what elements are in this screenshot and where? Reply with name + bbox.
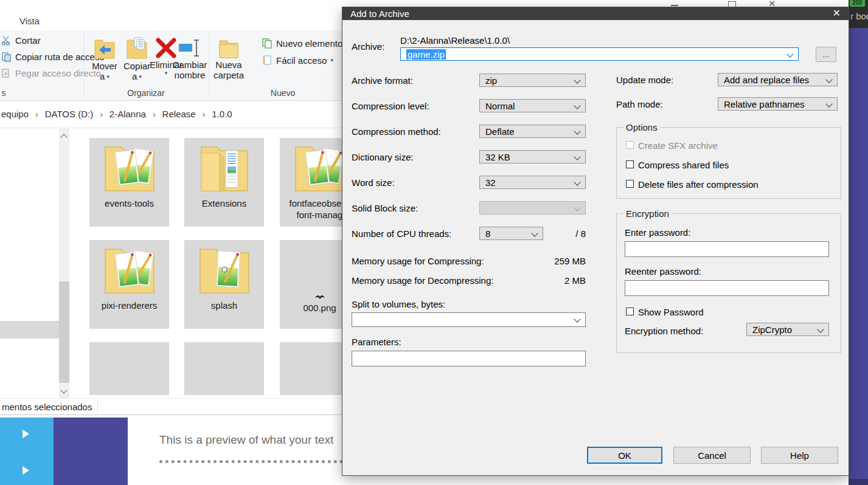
chevron-down-icon xyxy=(574,204,580,211)
enter-password-input[interactable] xyxy=(625,241,829,257)
breadcrumb-chevron-icon: › xyxy=(100,109,103,119)
ribbon-item-facil-acceso[interactable]: Fácil acceso ▾ xyxy=(262,55,333,66)
play-arrow-icon[interactable] xyxy=(23,430,29,438)
file-name: splash xyxy=(211,300,237,311)
paste-shortcut-icon xyxy=(1,68,12,78)
archive-format-select[interactable]: zip xyxy=(479,74,586,87)
dictionary-size-select[interactable]: 32 KB xyxy=(479,150,586,163)
file-tile[interactable] xyxy=(89,342,169,395)
compression-level-label: Compression level: xyxy=(352,101,429,111)
memory-compress-value: 259 MB xyxy=(554,256,586,266)
ribbon-item-label: Cambiar xyxy=(173,60,207,70)
word-size-select[interactable]: 32 xyxy=(479,176,586,189)
path-mode-value: Relative pathnames xyxy=(724,99,805,109)
archive-name-combobox[interactable]: game.zip xyxy=(400,47,799,61)
create-sfx-label: Create SFX archive xyxy=(638,140,718,151)
navpane-selected-item[interactable] xyxy=(0,321,63,339)
tab-vista[interactable]: Vista xyxy=(19,16,40,26)
split-volumes-combobox[interactable] xyxy=(352,312,586,327)
cpu-threads-value: 8 xyxy=(485,229,490,239)
memory-decompress-value: 2 MB xyxy=(564,275,586,286)
cancel-button[interactable]: Cancel xyxy=(673,447,751,464)
parameters-label: Parameters: xyxy=(352,337,401,347)
compression-method-select[interactable]: Deflate xyxy=(479,125,586,138)
file-tile-events-tools[interactable]: events-tools xyxy=(89,138,169,227)
compression-level-select[interactable]: Normal xyxy=(479,99,586,112)
desktop: ✕ Vista Cortar Copiar ruta de acceso Peg… xyxy=(0,0,868,485)
dictionary-size-label: Dictionary size: xyxy=(352,152,414,162)
ribbon-item-nuevo-elemento[interactable]: Nuevo elemento ▾ xyxy=(262,38,349,49)
file-tile-extensions[interactable]: Extensions xyxy=(184,138,264,227)
breadcrumb-item[interactable]: equipo xyxy=(1,109,29,119)
solid-block-size-label: Solid Block size: xyxy=(352,203,418,213)
scroll-up-icon[interactable] xyxy=(60,134,67,140)
path-mode-label: Path mode: xyxy=(616,99,663,109)
scroll-down-icon[interactable] xyxy=(60,387,67,393)
update-mode-select[interactable]: Add and replace files xyxy=(718,73,838,86)
delete-after-checkbox[interactable] xyxy=(626,180,634,188)
reenter-password-label: Reenter password: xyxy=(625,266,701,277)
path-mode-select[interactable]: Relative pathnames xyxy=(718,97,838,111)
ribbon-item-cortar[interactable]: Cortar xyxy=(1,35,41,46)
page-shadow xyxy=(849,479,868,485)
browse-button[interactable]: ... xyxy=(816,47,836,62)
compress-shared-checkbox[interactable] xyxy=(626,160,634,168)
reenter-password-input[interactable] xyxy=(625,280,829,296)
dropdown-caret-icon: ▾ xyxy=(165,70,168,76)
memory-decompress-row: Memory usage for Decompressing: 2 MB xyxy=(352,275,586,286)
archive-format-value: zip xyxy=(485,75,497,86)
dropdown-caret-icon: ▾ xyxy=(330,57,333,63)
breadcrumb-item[interactable]: 2-Alanna xyxy=(109,109,146,119)
compression-method-label: Compression method: xyxy=(352,126,441,137)
chevron-down-icon[interactable] xyxy=(574,315,580,322)
ok-button[interactable]: OK xyxy=(587,447,662,464)
archive-format-label: Archive format: xyxy=(352,75,413,86)
new-item-icon xyxy=(262,38,273,49)
preview-indigo-panel xyxy=(54,418,128,485)
breadcrumb-item[interactable]: DATOS (D:) xyxy=(45,109,93,119)
minimize-button[interactable] xyxy=(671,5,678,6)
scrollbar-thumb[interactable] xyxy=(59,281,69,383)
devtools-partial-text: r boo xyxy=(850,11,868,21)
ribbon-item-label2: nombre xyxy=(175,70,206,80)
breadcrumb: equipo › DATOS (D:) › 2-Alanna › Release… xyxy=(1,109,232,119)
memory-decompress-label: Memory usage for Decompressing: xyxy=(352,275,493,286)
selection-count-text: mentos seleccionados xyxy=(2,402,92,412)
ribbon-group-label: Nuevo xyxy=(252,88,313,98)
breadcrumb-item[interactable]: Release xyxy=(162,109,196,119)
file-tile-pixi-renderers[interactable]: pixi-renderers xyxy=(89,240,169,329)
dialog-titlebar[interactable]: Add to Archive ✕ xyxy=(342,7,849,20)
ribbon-item-label: Nuevo elemento xyxy=(276,38,342,49)
breadcrumb-item[interactable]: 1.0.0 xyxy=(212,109,232,119)
file-tile[interactable] xyxy=(184,342,264,395)
show-password-checkbox[interactable] xyxy=(626,308,634,315)
file-name: 000.png xyxy=(303,302,336,314)
file-name: pixi-renderers xyxy=(102,300,158,311)
ribbon-item-label: Pegar acceso directo xyxy=(15,68,101,78)
help-button[interactable]: Help xyxy=(761,447,838,464)
file-tile-splash[interactable]: splash xyxy=(184,240,264,329)
dictionary-size-value: 32 KB xyxy=(485,152,510,162)
ribbon-separator xyxy=(209,32,209,98)
chevron-down-icon[interactable] xyxy=(786,50,793,57)
ribbon-item-mover-a[interactable]: Mover a▾ xyxy=(89,36,120,81)
ribbon-item-label: Cortar xyxy=(15,35,41,46)
compression-method-value: Deflate xyxy=(485,126,515,137)
word-size-label: Word size: xyxy=(352,177,395,188)
rename-icon xyxy=(178,36,202,60)
parameters-input[interactable] xyxy=(352,351,586,366)
preview-dotted-line xyxy=(159,460,343,463)
archive-dir-path: D:\2-Alanna\Release\1.0.0\ xyxy=(400,35,510,46)
solid-block-size-select xyxy=(479,201,586,215)
dialog-title: Add to Archive xyxy=(350,9,409,19)
breadcrumb-chevron-icon: › xyxy=(153,109,156,119)
chevron-down-icon xyxy=(574,102,580,109)
close-icon[interactable]: ✕ xyxy=(830,7,843,19)
scrollbar[interactable] xyxy=(59,128,69,398)
ribbon-item-nueva-carpeta[interactable]: Nueva carpeta xyxy=(212,36,246,80)
ribbon-item-label: Copiar xyxy=(123,61,150,71)
cpu-threads-select[interactable]: 8 xyxy=(479,227,543,240)
ribbon-item-cambiar-nombre[interactable]: Cambiar nombre xyxy=(172,36,207,80)
encryption-method-select[interactable]: ZipCrypto xyxy=(746,323,829,336)
play-arrow-icon[interactable] xyxy=(23,466,29,475)
